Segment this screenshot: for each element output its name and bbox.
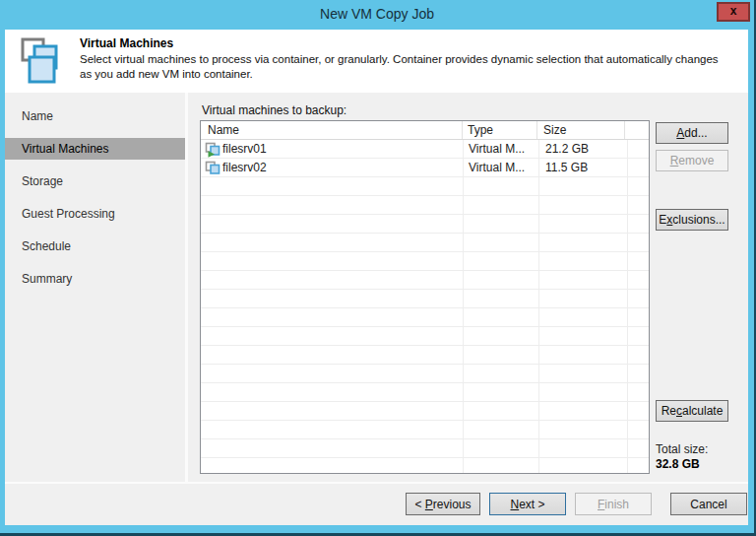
vm-type: Virtual M... <box>464 140 539 159</box>
add-button[interactable]: Add... <box>656 122 728 144</box>
vm-size: 11.5 GB <box>539 159 628 177</box>
vm-name: filesrv01 <box>222 140 267 159</box>
wizard-steps-sidebar: Name Virtual Machines Storage Guest Proc… <box>5 93 185 482</box>
step-schedule[interactable]: Schedule <box>5 235 185 257</box>
column-header-type[interactable]: Type <box>463 121 537 139</box>
column-separator <box>463 140 464 473</box>
vm-type: Virtual M... <box>464 159 539 177</box>
total-size-label: Total size: <box>656 442 708 456</box>
vm-name: filesrv02 <box>222 159 267 177</box>
exclusions-button[interactable]: Exclusions... <box>656 209 728 231</box>
column-header-extra <box>625 121 649 139</box>
titlebar[interactable]: New VM Copy Job x <box>0 0 754 30</box>
vm-size: 21.2 GB <box>539 140 628 159</box>
window-content: Virtual Machines Select virtual machines… <box>5 30 748 525</box>
step-name[interactable]: Name <box>5 105 185 127</box>
vm-running-icon <box>205 142 220 158</box>
total-size-value: 32.8 GB <box>656 457 700 471</box>
wizard-header: Virtual Machines Select virtual machines… <box>5 30 748 93</box>
table-row-filesrv02[interactable]: filesrv02 Virtual M... 11.5 GB <box>201 159 649 177</box>
vm-list-label: Virtual machines to backup: <box>202 103 346 117</box>
column-separator <box>538 140 539 473</box>
step-guest-processing[interactable]: Guest Processing <box>5 203 185 225</box>
column-separator <box>627 140 628 473</box>
step-summary[interactable]: Summary <box>5 268 185 290</box>
step-virtual-machines[interactable]: Virtual Machines <box>5 138 185 160</box>
next-button[interactable]: Next > <box>489 493 566 515</box>
vm-table-header: Name Type Size <box>201 121 649 140</box>
step-description-line2: as you add new VM into container. <box>80 68 253 80</box>
step-description-line1: Select virtual machines to process via c… <box>80 53 719 65</box>
new-vm-copy-job-window: New VM Copy Job x Virtual Machines Selec… <box>0 0 754 533</box>
wizard-body: Name Virtual Machines Storage Guest Proc… <box>5 93 748 482</box>
close-button[interactable]: x <box>717 2 750 22</box>
virtual-machines-icon <box>18 34 67 88</box>
step-title: Virtual Machines <box>80 36 173 50</box>
recalculate-button[interactable]: Recalculate <box>656 400 728 422</box>
step-content: Virtual machines to backup: Name Type Si… <box>188 93 748 482</box>
column-header-name[interactable]: Name <box>201 121 463 139</box>
table-row-filesrv01[interactable]: filesrv01 Virtual M... 21.2 GB <box>201 140 649 159</box>
window-title: New VM Copy Job <box>0 6 754 22</box>
wizard-footer: < Previous Next > Finish Cancel <box>5 484 748 525</box>
vm-table: Name Type Size <box>200 120 650 474</box>
cancel-button[interactable]: Cancel <box>670 493 747 515</box>
vm-table-body: filesrv01 Virtual M... 21.2 GB <box>201 140 649 473</box>
step-description: Select virtual machines to process via c… <box>80 52 741 82</box>
step-storage[interactable]: Storage <box>5 170 185 192</box>
finish-button[interactable]: Finish <box>575 493 652 515</box>
remove-button[interactable]: Remove <box>656 150 728 171</box>
vm-icon <box>205 161 220 176</box>
column-header-size[interactable]: Size <box>537 121 625 139</box>
desktop-frame: New VM Copy Job x Virtual Machines Selec… <box>0 0 756 536</box>
previous-button[interactable]: < Previous <box>406 493 480 515</box>
